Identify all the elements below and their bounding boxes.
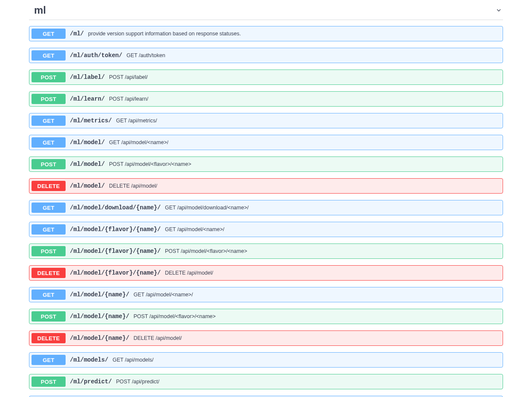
method-badge: POST xyxy=(32,377,66,387)
method-badge: GET xyxy=(32,116,66,126)
operation-path: /ml/model/{flavor}/{name}/ xyxy=(70,269,161,276)
operation-row[interactable]: GET/ml/metrics/GET /api/metrics/ xyxy=(29,113,503,128)
method-badge: GET xyxy=(32,290,66,300)
operation-description: GET /api/model/<name>/ xyxy=(165,226,224,232)
operation-path: /ml/model/ xyxy=(70,139,105,146)
operation-row[interactable]: POST/ml/learn/POST /api/learn/ xyxy=(29,91,503,107)
operation-row[interactable]: DELETE/ml/model/DELETE /api/model/ xyxy=(29,178,503,194)
method-badge: POST xyxy=(32,94,66,104)
operation-path: /ml/model/ xyxy=(70,161,105,168)
operation-row[interactable]: GET/ml/models/GET /api/models/ xyxy=(29,352,503,368)
operation-row[interactable]: GET/ml/model/download/{name}/GET /api/mo… xyxy=(29,200,503,215)
section-title: ml xyxy=(34,4,46,16)
operations-list: GET/ml/provide version support informati… xyxy=(29,26,503,397)
method-badge: GET xyxy=(32,224,66,235)
operation-description: POST /api/predict/ xyxy=(116,379,159,385)
operation-row[interactable]: GET/ml/auth/token/GET /auth/token xyxy=(29,48,503,63)
operation-description: GET /api/model/<name>/ xyxy=(133,292,193,298)
operation-row[interactable]: GET/ml/model/GET /api/model/<name>/ xyxy=(29,135,503,150)
operation-description: POST /api/model/<flavor>/<name> xyxy=(165,248,247,254)
method-badge: GET xyxy=(32,29,66,39)
method-badge: POST xyxy=(32,311,66,322)
operation-row[interactable]: POST/ml/model/POST /api/model/<flavor>/<… xyxy=(29,156,503,172)
operation-description: POST /api/label/ xyxy=(109,74,148,80)
method-badge: GET xyxy=(32,50,66,61)
operation-path: /ml/predict/ xyxy=(70,378,112,385)
operation-description: DELETE /api/model/ xyxy=(165,270,213,276)
operation-row[interactable]: POST/ml/label/POST /api/label/ xyxy=(29,70,503,85)
method-badge: DELETE xyxy=(32,333,66,343)
method-badge: GET xyxy=(32,203,66,213)
operation-description: DELETE /api/model/ xyxy=(133,335,181,341)
method-badge: POST xyxy=(32,246,66,256)
operation-row[interactable]: GET/ml/model/{flavor}/{name}/GET /api/mo… xyxy=(29,222,503,237)
operation-path: /ml/model/ xyxy=(70,183,105,189)
section-header[interactable]: ml xyxy=(29,0,503,20)
operation-path: /ml/metrics/ xyxy=(70,117,112,124)
operation-description: GET /api/model/download/<name>/ xyxy=(165,205,248,211)
method-badge: POST xyxy=(32,72,66,82)
operation-description: POST /api/learn/ xyxy=(109,96,148,102)
operation-description: GET /api/models/ xyxy=(112,357,153,363)
operation-row[interactable]: POST/ml/model/{flavor}/{name}/POST /api/… xyxy=(29,243,503,259)
operation-description: GET /api/model/<name>/ xyxy=(109,139,168,145)
operation-path: /ml/model/download/{name}/ xyxy=(70,204,161,211)
operation-description: provide version support information base… xyxy=(88,31,241,37)
operation-description: POST /api/model/<flavor>/<name> xyxy=(133,313,216,319)
operation-row[interactable]: DELETE/ml/model/{flavor}/{name}/DELETE /… xyxy=(29,265,503,281)
operation-path: /ml/model/{name}/ xyxy=(70,291,129,298)
operation-path: /ml/model/{name}/ xyxy=(70,335,129,342)
method-badge: POST xyxy=(32,159,66,169)
operation-description: GET /auth/token xyxy=(127,52,165,58)
method-badge: GET xyxy=(32,355,66,365)
operation-row[interactable]: POST/ml/model/{name}/POST /api/model/<fl… xyxy=(29,309,503,324)
operation-description: DELETE /api/model/ xyxy=(109,183,157,189)
method-badge: GET xyxy=(32,137,66,148)
operation-path: /ml/label/ xyxy=(70,74,105,81)
method-badge: DELETE xyxy=(32,181,66,191)
chevron-down-icon[interactable] xyxy=(495,6,503,14)
operation-description: POST /api/model/<flavor>/<name> xyxy=(109,161,191,167)
operation-path: /ml/models/ xyxy=(70,356,108,363)
operation-row[interactable]: GET/ml/provide version support informati… xyxy=(29,26,503,41)
operation-row[interactable]: DELETE/ml/model/{name}/DELETE /api/model… xyxy=(29,330,503,346)
method-badge: DELETE xyxy=(32,268,66,278)
operation-path: /ml/model/{flavor}/{name}/ xyxy=(70,248,161,255)
operation-description: GET /api/metrics/ xyxy=(116,118,157,124)
operation-row[interactable]: POST/ml/predict/POST /api/predict/ xyxy=(29,374,503,389)
operation-path: /ml/ xyxy=(70,30,84,37)
operation-path: /ml/model/{flavor}/{name}/ xyxy=(70,226,161,233)
operation-row[interactable]: GET/ml/model/{name}/GET /api/model/<name… xyxy=(29,287,503,302)
operation-path: /ml/auth/token/ xyxy=(70,52,122,59)
operation-path: /ml/model/{name}/ xyxy=(70,313,129,320)
operation-path: /ml/learn/ xyxy=(70,96,105,102)
api-container: ml GET/ml/provide version support inform… xyxy=(0,0,532,397)
